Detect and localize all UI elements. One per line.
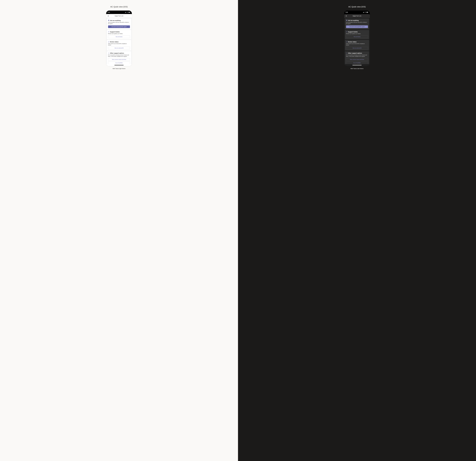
card-desc: Get immediate chat tech help with a virt… xyxy=(346,22,368,25)
card: Other support optionsFix it yourself by … xyxy=(107,51,131,64)
close-icon xyxy=(346,15,347,17)
svg-point-19 xyxy=(347,53,347,53)
svg-rect-11 xyxy=(363,12,364,13)
card-desc: Review and update your tickets xyxy=(108,33,130,34)
chat-agent-button[interactable]: Chat with virtual agent/live agent xyxy=(346,25,368,28)
card: Other support optionsFix it yourself by … xyxy=(345,51,369,64)
svg-rect-1 xyxy=(125,12,126,13)
svg-rect-3 xyxy=(126,12,126,13)
cellular-icon xyxy=(125,12,126,13)
card-desc: View and fix your device/OS compliance i… xyxy=(346,43,368,46)
ticket-icon xyxy=(346,31,347,33)
card: Support ticketsReview and update your ti… xyxy=(345,30,369,39)
card-desc: Review and update your tickets xyxy=(346,33,368,34)
view-device-button[interactable]: View my device/OS xyxy=(346,47,368,49)
card-header: Ask me anything xyxy=(346,20,368,21)
card-header: Ask me anything xyxy=(108,20,130,21)
sheet-title: Digital Tech Link xyxy=(115,15,123,17)
chat-agent-button[interactable]: Chat with virtual agent/live agent xyxy=(108,25,130,28)
home-bar xyxy=(352,65,362,65)
svg-rect-16 xyxy=(368,12,368,12)
card-title: Other support options xyxy=(348,52,362,54)
status-indicators xyxy=(363,12,368,13)
support-icon xyxy=(108,52,109,54)
card-title: Support tickets xyxy=(110,31,120,33)
panel-title: AC Quick view (iOS) xyxy=(110,6,128,8)
light-theme-panel: AC Quick view (iOS) 9:41 Digital Tech Li… xyxy=(0,0,238,461)
wifi-icon xyxy=(365,12,366,13)
cellular-icon xyxy=(363,12,364,13)
card-title: Ask me anything xyxy=(348,20,359,21)
sheet-title: Digital Tech Link xyxy=(353,15,361,17)
svg-rect-12 xyxy=(364,12,364,13)
card-title: Support tickets xyxy=(348,31,358,33)
card: Ask me anythingGet immediate chat tech h… xyxy=(345,18,369,29)
view-tickets-button[interactable]: View all tickets xyxy=(346,35,368,38)
battery-icon xyxy=(366,12,368,13)
wifi-icon xyxy=(127,12,128,13)
home-bar xyxy=(114,65,124,65)
card-title: Other support options xyxy=(110,52,124,54)
card-list-light[interactable]: Ask me anythingGet immediate chat tech h… xyxy=(106,18,132,64)
svg-rect-2 xyxy=(126,12,126,13)
card-header: Device status xyxy=(346,41,368,43)
phone-mock-dark: 9:41 Digital Tech Link Ask me anythingGe… xyxy=(344,11,370,66)
card-desc: Fix it yourself by viewing common issues… xyxy=(108,54,130,57)
card-desc: Fix it yourself by viewing common issues… xyxy=(346,54,368,57)
card-desc: Get immediate chat tech help with a virt… xyxy=(108,22,130,25)
svg-rect-6 xyxy=(130,12,130,12)
card-title: Ask me anything xyxy=(110,20,121,21)
svg-rect-13 xyxy=(364,12,364,13)
card-header: Other support options xyxy=(346,52,368,54)
status-bar: 9:41 xyxy=(106,11,132,14)
view-device-button[interactable]: View my device/OS xyxy=(108,47,130,49)
status-time: 9:41 xyxy=(346,12,348,13)
card-header: Other support options xyxy=(108,52,130,54)
view-issues-button[interactable]: View common issues and fixes xyxy=(108,58,130,61)
close-button[interactable] xyxy=(345,15,347,17)
view-issues-button[interactable]: View common issues and fixes xyxy=(346,58,368,61)
phone-mock-light: 9:41 Digital Tech Link Ask me anythingGe… xyxy=(106,11,132,66)
home-indicator[interactable] xyxy=(106,64,132,66)
device-icon xyxy=(346,41,347,42)
panel-title: AC Quick view (iOS) xyxy=(348,6,366,8)
card-list-dark[interactable]: Ask me anythingGet immediate chat tech h… xyxy=(344,18,370,64)
card-title: Device status xyxy=(348,41,357,43)
svg-point-8 xyxy=(109,42,109,42)
sheet-header: Digital Tech Link xyxy=(344,14,370,18)
card: Ask me anythingGet immediate chat tech h… xyxy=(107,18,131,29)
card-header: Support tickets xyxy=(108,31,130,33)
light-caption: With Teams light theme xyxy=(113,68,126,69)
sheet-header: Digital Tech Link xyxy=(106,14,132,18)
chat-icon xyxy=(346,20,347,21)
card: Device statusView and fix your device/OS… xyxy=(107,40,131,50)
svg-point-18 xyxy=(347,42,347,42)
battery-icon xyxy=(128,12,130,13)
card-header: Device status xyxy=(108,41,130,43)
svg-rect-15 xyxy=(367,12,368,13)
status-indicators xyxy=(125,12,130,13)
close-icon xyxy=(108,15,109,17)
view-tickets-button[interactable]: View all tickets xyxy=(108,35,130,38)
card-title: Device status xyxy=(110,41,119,43)
svg-point-9 xyxy=(109,53,109,53)
device-icon xyxy=(108,41,109,42)
card: Support ticketsReview and update your ti… xyxy=(107,30,131,39)
card: Device statusView and fix your device/OS… xyxy=(345,40,369,50)
techweb-button[interactable]: Go to TechWeb xyxy=(346,62,368,64)
home-indicator[interactable] xyxy=(344,64,370,66)
svg-rect-5 xyxy=(129,12,130,13)
card-header: Support tickets xyxy=(346,31,368,33)
status-bar: 9:41 xyxy=(344,11,370,14)
card-desc: View and fix your device/OS compliance i… xyxy=(108,43,130,46)
support-icon xyxy=(346,52,347,54)
techweb-button[interactable]: Go to TechWeb xyxy=(108,62,130,64)
dark-theme-panel: AC Quick view (iOS) 9:41 Digital Tech Li… xyxy=(238,0,476,461)
ticket-icon xyxy=(108,31,109,33)
chat-icon xyxy=(108,20,109,21)
dark-caption: With Teams dark theme xyxy=(350,68,364,69)
status-time: 9:41 xyxy=(108,12,110,13)
close-button[interactable] xyxy=(107,15,109,17)
